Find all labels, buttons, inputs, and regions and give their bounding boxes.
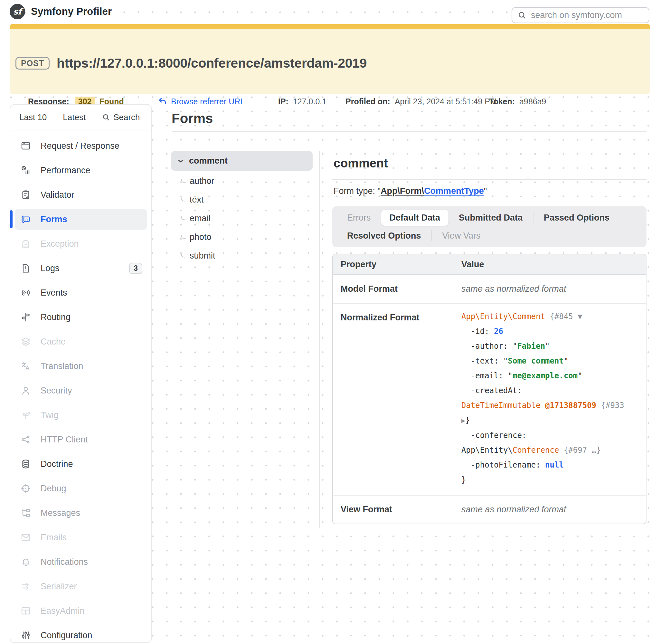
- tab-passed-options[interactable]: Passed Options: [542, 213, 611, 223]
- site-search[interactable]: [512, 7, 650, 23]
- tab-default-data[interactable]: Default Data: [381, 210, 449, 226]
- browse-referrer-link[interactable]: Browse referrer URL: [158, 96, 245, 107]
- tab-submitted-data[interactable]: Submitted Data: [457, 213, 524, 223]
- sidebar-item-easyadmin[interactable]: EasyAdmin: [10, 599, 151, 623]
- tab-divider: [431, 230, 432, 241]
- sidebar-item-events[interactable]: Events: [10, 280, 151, 305]
- sidebar-item-twig[interactable]: Twig: [10, 403, 151, 427]
- ip-value: 127.0.0.1: [293, 97, 327, 106]
- window-icon: [21, 141, 31, 151]
- validator-icon: [21, 190, 31, 200]
- profiled-on-label: Profiled on:: [346, 97, 390, 106]
- sidebar-item-logs[interactable]: Logs3: [10, 256, 151, 280]
- tree-branch-icon: [180, 253, 186, 258]
- chevron-down-icon: [177, 157, 185, 165]
- ip-label: IP:: [278, 97, 288, 106]
- table-row-view-format: View Formatsame as normalized format: [333, 496, 646, 524]
- detail-heading-divider: [332, 179, 646, 180]
- sidebar-item-notifications[interactable]: Notifications: [10, 550, 151, 574]
- return-arrow-icon: [158, 97, 167, 106]
- form-tree-root-comment[interactable]: comment: [171, 151, 313, 171]
- search-icon: [517, 10, 526, 20]
- dumped-value: App\Entity\Comment {#845 ▼ -id: 26 -auth…: [461, 304, 646, 495]
- tab-view-vars[interactable]: View Vars: [441, 231, 482, 241]
- sidebar-item-validator[interactable]: Validator: [10, 183, 151, 207]
- translation-icon: [21, 361, 31, 371]
- tree-branch-icon: [180, 198, 186, 202]
- performance-icon: [21, 165, 31, 176]
- serializer-icon: [21, 581, 31, 592]
- app-title: Symfony Profiler: [31, 6, 112, 17]
- search-input[interactable]: [530, 10, 643, 21]
- token-label: Token:: [489, 97, 515, 106]
- value-text: same as normalized format: [461, 496, 646, 524]
- form-type-line: Form type: "App\Form\CommentType": [333, 186, 487, 196]
- table-row-normalized-format: Normalized FormatApp\Entity\Comment {#84…: [333, 304, 646, 496]
- form-tree-item-photo[interactable]: photo: [180, 228, 300, 246]
- title-divider: [172, 131, 646, 132]
- table-row-model-format: Model Formatsame as normalized format: [333, 275, 646, 304]
- logs-icon: [21, 263, 31, 273]
- symfony-logo: sf: [10, 4, 25, 19]
- logs-count-badge: 3: [129, 263, 142, 274]
- sidebar-tabs: Last 10LatestSearch: [10, 105, 151, 131]
- notifications-icon: [21, 557, 31, 567]
- table-header: Property Value: [333, 254, 646, 275]
- sidebar-item-doctrine[interactable]: Doctrine: [10, 452, 151, 476]
- sidebar-item-forms[interactable]: Forms: [10, 207, 151, 231]
- sidebar-item-serializer[interactable]: Serializer: [10, 574, 151, 599]
- sidebar-item-security[interactable]: Security: [10, 378, 151, 403]
- sidebar-item-emails[interactable]: Emails: [10, 525, 151, 550]
- sidebar-tab-latest[interactable]: Latest: [63, 112, 86, 122]
- form-type-namespace: App\Form\: [380, 186, 424, 196]
- search-icon: [102, 113, 110, 121]
- sidebar-item-routing[interactable]: Routing: [10, 305, 151, 329]
- token-value: a986a9: [519, 97, 546, 106]
- emails-icon: [21, 532, 31, 543]
- sidebar-tab-last-10[interactable]: Last 10: [19, 112, 47, 122]
- dump-toggle-icon[interactable]: ▶: [461, 417, 465, 424]
- sidebar-item-performance[interactable]: Performance: [10, 158, 151, 183]
- form-type-class-link[interactable]: CommentType: [424, 186, 484, 196]
- symfony-profiler-page: sf Symfony Profiler POST https://127.0.0…: [0, 0, 660, 644]
- form-tree-item-author[interactable]: author: [180, 171, 300, 190]
- form-tree-item-text[interactable]: text: [180, 190, 300, 209]
- sidebar-item-cache[interactable]: Cache: [10, 329, 151, 354]
- tab-divider: [533, 212, 534, 223]
- value-text: same as normalized format: [461, 275, 646, 303]
- tree-branch-icon: [180, 235, 186, 239]
- forms-icon: [21, 214, 31, 225]
- sidebar-item-messages[interactable]: Messages: [10, 501, 151, 525]
- sidebar-menu: Request / ResponsePerformanceValidatorFo…: [10, 131, 151, 643]
- ghost-icon: [21, 238, 31, 249]
- tab-resolved-options[interactable]: Resolved Options: [346, 231, 422, 241]
- form-tree-item-submit[interactable]: submit: [180, 246, 300, 265]
- column-header-property: Property: [333, 259, 461, 270]
- column-header-value: Value: [461, 259, 646, 270]
- events-icon: [21, 288, 31, 298]
- sidebar-item-debug[interactable]: Debug: [10, 476, 151, 501]
- http-method-badge: POST: [16, 57, 50, 70]
- tree-branch-icon: [180, 179, 186, 184]
- cache-icon: [21, 337, 31, 347]
- active-item-background: [15, 209, 147, 230]
- sidebar-item-exception[interactable]: Exception: [10, 231, 151, 256]
- sidebar-item-request-response[interactable]: Request / Response: [10, 134, 151, 158]
- form-tree-item-email[interactable]: email: [180, 209, 300, 228]
- tab-errors[interactable]: Errors: [346, 213, 372, 223]
- sidebar-item-translation[interactable]: Translation: [10, 354, 151, 378]
- request-banner: POST https://127.0.0.1:8000/conference/a…: [10, 24, 650, 94]
- twig-icon: [21, 410, 31, 420]
- request-url: https://127.0.0.1:8000/conference/amster…: [57, 56, 367, 71]
- profiled-on-value: April 23, 2024 at 5:51:49 PM: [395, 97, 497, 106]
- debug-icon: [21, 483, 31, 493]
- header: sf Symfony Profiler: [10, 4, 112, 19]
- sidebar-tab-search[interactable]: Search: [102, 112, 140, 122]
- sidebar-item-configuration[interactable]: Configuration: [10, 623, 151, 643]
- sidebar-item-http-client[interactable]: HTTP Client: [10, 427, 151, 452]
- logo-text: sf: [13, 7, 22, 17]
- active-indicator-bar: [10, 210, 13, 228]
- easyadmin-icon: [21, 606, 31, 616]
- configuration-icon: [21, 630, 31, 641]
- panel-divider: [319, 151, 320, 528]
